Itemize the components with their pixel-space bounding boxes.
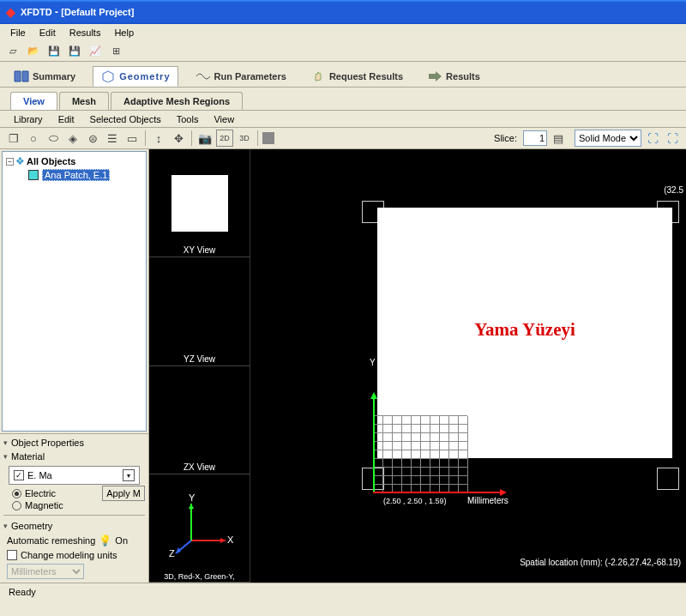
dropdown-icon[interactable]: ▾ — [123, 469, 135, 481]
menu-file[interactable]: File — [3, 26, 33, 39]
zx-label: ZX View — [184, 462, 215, 472]
viewport-axes: Y (2.50 , 2.50 , 1.59) Millimeters — [349, 373, 503, 493]
spatial-location-readout: Spatial location (mm): (-2.26,27.42,-68.… — [520, 558, 681, 567]
units-select: Millimeters — [7, 564, 84, 579]
submenu-library[interactable]: Library — [7, 112, 50, 126]
patch-color-icon — [28, 170, 39, 180]
submenu-view[interactable]: View — [207, 112, 241, 126]
sub-tabs: View Mesh Adaptive Mesh Regions — [0, 88, 686, 110]
tree-item-label: Ana Patch, E.1 — [42, 169, 110, 181]
menu-help[interactable]: Help — [107, 26, 141, 39]
section-object-properties[interactable]: ▾ Object Properties — [3, 436, 145, 450]
cube-icon — [100, 70, 116, 82]
remesh-state: On — [115, 535, 128, 546]
save-as-icon[interactable]: 💾 — [67, 44, 82, 59]
tab-summary[interactable]: Summary — [7, 67, 82, 86]
nav-tabs: Summary Geometry Run Parameters Request … — [0, 62, 686, 88]
object-tree[interactable]: − ❖ All Objects Ana Patch, E.1 — [2, 151, 147, 432]
submenu-tools[interactable]: Tools — [170, 112, 206, 126]
display-mode-select[interactable]: Solid Mode — [575, 130, 641, 147]
tree-collapse-icon[interactable]: − — [6, 158, 14, 166]
thumb-yz-view[interactable]: YZ View — [149, 257, 250, 365]
sphere-tool-icon[interactable]: ○ — [25, 130, 42, 147]
thumb-zx-view[interactable]: ZX View — [149, 366, 250, 474]
objects-icon: ❖ — [15, 155, 25, 167]
statusbar: Ready — [0, 583, 686, 600]
y-axis-arrow — [373, 397, 375, 493]
thumbnail-column: XY View YZ View ZX View X Y Z 3D, Red-X,… — [149, 149, 250, 583]
tab-request-results[interactable]: Request Results — [304, 67, 410, 86]
sub-menubar: Library Edit Selected Objects Tools View — [0, 110, 686, 127]
radio-magnetic-row[interactable]: Magnetic — [3, 499, 145, 511]
viewport-coord-topright: (32.5 — [664, 185, 683, 195]
tab-run-parameters[interactable]: Run Parameters — [189, 67, 293, 86]
subtab-view[interactable]: View — [10, 92, 57, 110]
tree-root-label: All Objects — [27, 156, 75, 166]
frame-bracket-br — [657, 468, 679, 490]
tree-item-ana-patch[interactable]: Ana Patch, E.1 — [28, 169, 142, 181]
section-material[interactable]: ▾ Material — [3, 450, 145, 463]
change-units-checkbox[interactable] — [7, 550, 17, 560]
axis-unit-label: Millimeters — [467, 496, 508, 505]
open-icon[interactable]: 📂 — [26, 44, 41, 59]
material-selector[interactable]: ✓ E. Ma ▾ — [9, 466, 140, 485]
grid-icon[interactable]: ⊞ — [108, 44, 123, 59]
object-properties-panel: ▾ Object Properties ▾ Material ✓ E. Ma ▾… — [0, 433, 148, 583]
torus-tool-icon[interactable]: ⊜ — [84, 130, 101, 147]
arrow-right-icon — [427, 70, 442, 82]
apply-material-button[interactable]: Apply M — [102, 486, 145, 501]
submenu-edit[interactable]: Edit — [51, 112, 81, 126]
section-geometry[interactable]: ▾ Geometry — [3, 519, 145, 533]
material-checkbox[interactable]: ✓ — [14, 470, 24, 480]
move-tool-icon[interactable]: ✥ — [170, 130, 187, 147]
tree-root[interactable]: − ❖ All Objects — [6, 155, 142, 167]
thumb-3d-axes[interactable]: X Y Z 3D, Red-X, Green-Y, — [149, 474, 250, 583]
extrude-tool-icon[interactable]: ▭ — [123, 130, 141, 147]
chevron-down-icon: ▾ — [3, 452, 8, 461]
tab-geometry[interactable]: Geometry — [93, 66, 178, 87]
zoom-fit-icon[interactable]: ⛶ — [644, 130, 661, 147]
cube-tool-icon[interactable]: ❐ — [5, 130, 22, 147]
new-icon[interactable]: ▱ — [5, 44, 21, 59]
chevron-down-icon: ▾ — [3, 438, 8, 447]
camera-tool-icon[interactable]: 📷 — [196, 130, 214, 147]
slice-input[interactable] — [523, 130, 547, 146]
chart-icon[interactable]: 📈 — [87, 44, 103, 59]
subtab-mesh[interactable]: Mesh — [59, 92, 109, 110]
bulb-icon[interactable]: 💡 — [99, 534, 111, 547]
save-icon[interactable]: 💾 — [46, 44, 62, 59]
slice-label: Slice: — [494, 133, 517, 143]
axes-3d-icon: X Y Z — [165, 493, 234, 562]
svg-marker-1 — [220, 538, 226, 543]
submenu-selected-objects[interactable]: Selected Objects — [83, 112, 168, 126]
cone-tool-icon[interactable]: ◈ — [64, 130, 81, 147]
svg-text:X: X — [227, 534, 234, 545]
menu-results[interactable]: Results — [63, 26, 108, 39]
axis-tick-values: (2.50 , 2.50 , 1.59) — [383, 497, 447, 505]
chevron-down-icon: ▾ — [3, 522, 8, 530]
view3d-button[interactable]: 3D — [236, 130, 253, 147]
cylinder-tool-icon[interactable]: ⬭ — [45, 130, 62, 147]
tab-results[interactable]: Results — [420, 67, 487, 86]
titlebar: ◆ XFDTD - [Default Project] — [0, 0, 686, 24]
main-viewport[interactable]: (32.5 Yama Yüzeyi Y (2.50 , 2.50 , 1.59)… — [250, 149, 686, 583]
toolbar-standard: ▱ 📂 💾 💾 📈 ⊞ — [0, 41, 686, 62]
svg-text:Y: Y — [189, 493, 196, 503]
thumb-xy-view[interactable]: XY View — [149, 149, 250, 257]
menu-edit[interactable]: Edit — [33, 26, 63, 39]
color-swatch-icon[interactable] — [262, 132, 274, 144]
slice-stepper-icon[interactable]: ▤ — [550, 130, 567, 147]
radio-electric[interactable] — [12, 489, 21, 498]
subtab-adaptive[interactable]: Adaptive Mesh Regions — [111, 92, 243, 110]
app-icon: ◆ — [3, 5, 17, 19]
svg-text:Z: Z — [169, 548, 175, 559]
select-tool-icon[interactable]: ↕ — [150, 130, 167, 147]
wave-icon — [196, 70, 211, 82]
radio-magnetic[interactable] — [12, 501, 21, 510]
menubar: File Edit Results Help — [0, 24, 686, 41]
view2d-button[interactable]: 2D — [216, 130, 233, 147]
yz-label: YZ View — [184, 354, 215, 364]
change-units-row[interactable]: Change modeling units — [3, 548, 145, 562]
zoom-region-icon[interactable]: ⛶ — [664, 130, 681, 147]
helix-tool-icon[interactable]: ☰ — [104, 130, 121, 147]
